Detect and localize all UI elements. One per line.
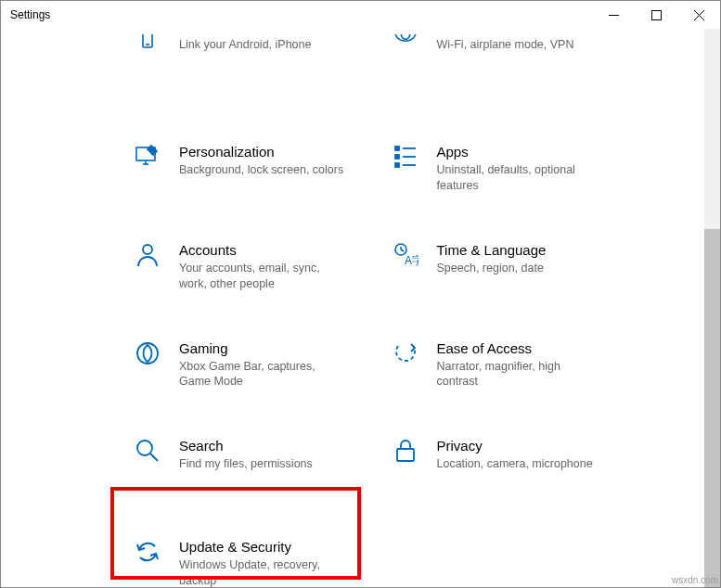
tile-ease-of-access[interactable]: Ease of Access Narrator, magnifier, high…	[389, 335, 610, 396]
tile-update-security[interactable]: Update & Security Windows Update, recove…	[131, 533, 352, 587]
minimize-button[interactable]	[592, 1, 635, 29]
tile-apps[interactable]: Apps Uninstall, defaults, optional featu…	[389, 138, 610, 199]
svg-rect-4	[143, 34, 152, 47]
tile-desc: Narrator, magnifier, high contrast	[437, 359, 604, 390]
window-controls	[592, 1, 720, 29]
privacy-icon	[391, 438, 420, 467]
tile-privacy[interactable]: Privacy Location, camera, microphone	[389, 432, 610, 478]
tile-desc: Uninstall, defaults, optional features	[437, 162, 604, 194]
phone-icon	[133, 34, 162, 64]
svg-rect-12	[395, 155, 399, 159]
svg-point-21	[137, 343, 158, 364]
globe-icon	[391, 34, 420, 64]
tile-label: Accounts	[179, 242, 350, 258]
ease-of-access-icon	[391, 340, 420, 370]
svg-rect-24	[397, 449, 414, 461]
svg-rect-10	[395, 147, 399, 150]
tile-personalization[interactable]: Personalization Background, lock screen,…	[131, 138, 352, 199]
tile-desc: Link your Android, iPhone	[179, 37, 346, 53]
accounts-icon	[133, 242, 162, 272]
tile-label: Apps	[437, 144, 608, 160]
tile-accounts[interactable]: Accounts Your accounts, email, sync, wor…	[131, 236, 352, 298]
apps-icon	[391, 144, 420, 173]
tile-desc: Xbox Game Bar, captures, Game Mode	[179, 359, 346, 390]
update-icon	[133, 539, 162, 569]
personalization-icon	[133, 144, 162, 173]
tile-desc: Location, camera, microphone	[437, 456, 604, 472]
tile-desc: Speech, region, date	[437, 261, 604, 276]
svg-line-23	[150, 454, 158, 461]
gaming-icon	[133, 340, 162, 370]
content-area: Link your Android, iPhone Wi-Fi, airplan…	[1, 29, 720, 587]
settings-grid: Link your Android, iPhone Wi-Fi, airplan…	[1, 29, 720, 587]
scrollbar[interactable]	[704, 29, 720, 587]
tile-label: Gaming	[179, 340, 350, 356]
svg-line-19	[401, 249, 404, 251]
svg-rect-1	[651, 10, 661, 19]
svg-rect-14	[395, 163, 399, 167]
search-icon	[133, 438, 162, 467]
tile-phone[interactable]: Link your Android, iPhone	[131, 29, 352, 70]
svg-point-16	[143, 245, 152, 254]
tile-desc: Find my files, permissions	[179, 456, 346, 472]
tile-desc: Background, lock screen, colors	[179, 162, 346, 178]
tile-desc: Windows Update, recovery, backup	[179, 557, 346, 587]
settings-window: Settings Link your Android, iPhone	[0, 0, 721, 588]
tile-network[interactable]: Wi-Fi, airplane mode, VPN	[389, 29, 610, 70]
titlebar: Settings	[1, 1, 720, 29]
time-language-icon: A字	[391, 242, 420, 272]
tile-label: Personalization	[179, 144, 350, 160]
tile-desc: Wi-Fi, airplane mode, VPN	[437, 37, 604, 53]
tile-label: Privacy	[437, 438, 608, 454]
tile-label: Search	[179, 438, 350, 454]
close-button[interactable]	[677, 1, 720, 29]
tile-desc: Your accounts, email, sync, work, other …	[179, 261, 346, 292]
tile-label: Time & Language	[437, 242, 608, 258]
window-title: Settings	[10, 8, 50, 21]
tile-label: Ease of Access	[437, 340, 608, 356]
tile-gaming[interactable]: Gaming Xbox Game Bar, captures, Game Mod…	[131, 335, 352, 396]
tile-search[interactable]: Search Find my files, permissions	[131, 432, 352, 478]
watermark: wsxdn.com	[672, 575, 718, 585]
scrollbar-thumb[interactable]	[704, 229, 720, 587]
tile-time-language[interactable]: A字 Time & Language Speech, region, date	[389, 236, 610, 298]
tile-label: Update & Security	[179, 539, 350, 555]
svg-point-22	[137, 441, 152, 455]
maximize-button[interactable]	[635, 1, 677, 29]
svg-text:A字: A字	[405, 254, 418, 267]
